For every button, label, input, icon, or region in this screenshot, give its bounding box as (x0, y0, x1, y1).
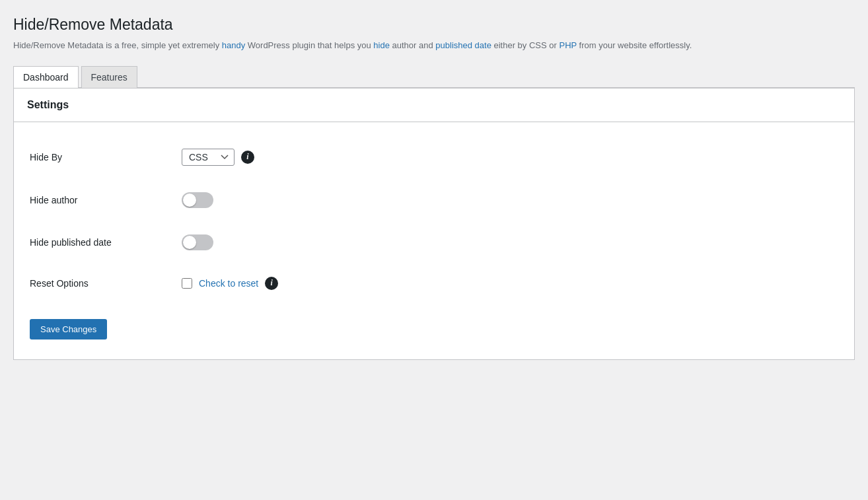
settings-panel: Settings Hide By CSS PHP i Hide author (13, 88, 855, 360)
hide-published-date-label: Hide published date (30, 237, 162, 248)
hide-by-row: Hide By CSS PHP i (30, 135, 838, 179)
tab-dashboard[interactable]: Dashboard (13, 66, 79, 88)
hide-published-date-control (182, 234, 213, 250)
hide-published-date-row: Hide published date (30, 221, 838, 264)
settings-header: Settings (14, 89, 854, 122)
tabs-nav: Dashboard Features (13, 66, 855, 88)
subtitle-php: PHP (559, 40, 577, 50)
check-to-reset-link[interactable]: Check to reset (199, 278, 258, 289)
reset-options-control: Check to reset i (182, 277, 278, 290)
hide-by-select[interactable]: CSS PHP (182, 149, 235, 166)
reset-options-info-icon[interactable]: i (265, 277, 278, 290)
subtitle-handy: handy (222, 40, 245, 50)
subtitle-text: Hide/Remove Metadata is a free, simple y… (13, 40, 692, 50)
tab-features[interactable]: Features (81, 66, 137, 88)
settings-body: Hide By CSS PHP i Hide author Hide publi… (14, 122, 854, 359)
hide-author-label: Hide author (30, 195, 162, 205)
save-changes-button[interactable]: Save Changes (30, 319, 107, 339)
reset-options-label: Reset Options (30, 278, 162, 289)
hide-author-control (182, 192, 213, 208)
hide-by-info-icon[interactable]: i (241, 151, 254, 164)
subtitle-hide: hide (373, 40, 390, 50)
page-title: Hide/Remove Metadata (13, 16, 855, 34)
hide-by-label: Hide By (30, 152, 162, 162)
settings-title: Settings (27, 99, 841, 111)
hide-published-date-toggle-wrapper[interactable] (182, 234, 213, 250)
hide-author-slider (182, 192, 213, 208)
hide-author-toggle-wrapper[interactable] (182, 192, 213, 208)
reset-options-row: Reset Options Check to reset i (30, 264, 838, 303)
hide-published-date-slider (182, 234, 213, 250)
page-subtitle: Hide/Remove Metadata is a free, simple y… (13, 39, 855, 53)
subtitle-published: published date (435, 40, 491, 50)
hide-by-control: CSS PHP i (182, 149, 254, 166)
hide-author-row: Hide author (30, 179, 838, 221)
save-row: Save Changes (30, 303, 838, 339)
reset-options-checkbox[interactable] (182, 278, 192, 289)
